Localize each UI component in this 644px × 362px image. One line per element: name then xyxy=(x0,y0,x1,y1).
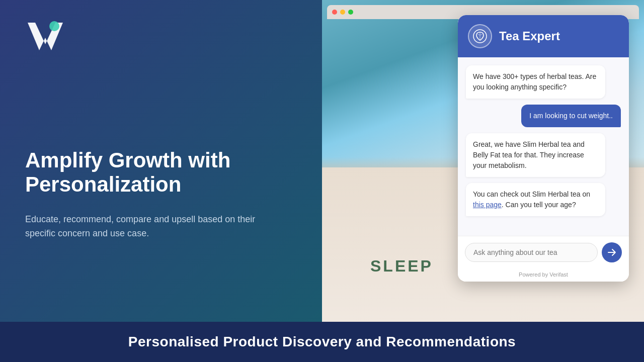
svg-point-0 xyxy=(49,21,59,31)
main-heading: Amplify Growth with Personalization xyxy=(25,148,297,197)
right-panel: SLEEP xyxy=(322,0,644,322)
chat-title: Tea Expert xyxy=(499,29,560,43)
left-content: Amplify Growth with Personalization Educ… xyxy=(25,148,297,241)
bot-message-3: You can check out Slim Herbal tea on thi… xyxy=(466,183,605,216)
browser-close-dot xyxy=(332,10,337,15)
user-message-1: I am looking to cut weight.. xyxy=(521,105,621,127)
bot-message-1: We have 300+ types of herbal teas. Are y… xyxy=(466,65,605,99)
verifast-logo-icon xyxy=(25,20,65,55)
browser-maximize-dot xyxy=(348,10,353,15)
bot-message-2: Great, we have Slim Herbal tea and Belly… xyxy=(466,133,605,177)
this-page-link[interactable]: this page xyxy=(473,201,502,209)
logo xyxy=(25,20,297,57)
chat-input[interactable] xyxy=(465,243,598,262)
tea-expert-icon xyxy=(468,24,492,48)
send-icon xyxy=(607,248,616,257)
bottom-bar-text: Personalised Product Discovery and Recom… xyxy=(128,334,516,350)
sub-text: Educate, recommend, compare and upsell b… xyxy=(25,212,267,241)
chat-widget: Tea Expert We have 300+ types of herbal … xyxy=(458,15,629,282)
bottom-bar: Personalised Product Discovery and Recom… xyxy=(0,322,644,362)
bot-message-3-before: You can check out Slim Herbal tea on xyxy=(473,190,590,198)
chat-input-area xyxy=(458,236,629,268)
chat-messages: We have 300+ types of herbal teas. Are y… xyxy=(458,57,629,236)
left-panel: Amplify Growth with Personalization Educ… xyxy=(0,0,322,322)
tea-leaf-icon xyxy=(473,29,487,43)
powered-by: Powered by Verifast xyxy=(458,268,629,282)
chat-header: Tea Expert xyxy=(458,15,629,57)
browser-minimize-dot xyxy=(340,10,345,15)
sleep-label: SLEEP xyxy=(370,257,433,276)
chat-send-button[interactable] xyxy=(602,242,622,262)
bot-message-3-after: . Can you tell your age? xyxy=(502,201,576,209)
